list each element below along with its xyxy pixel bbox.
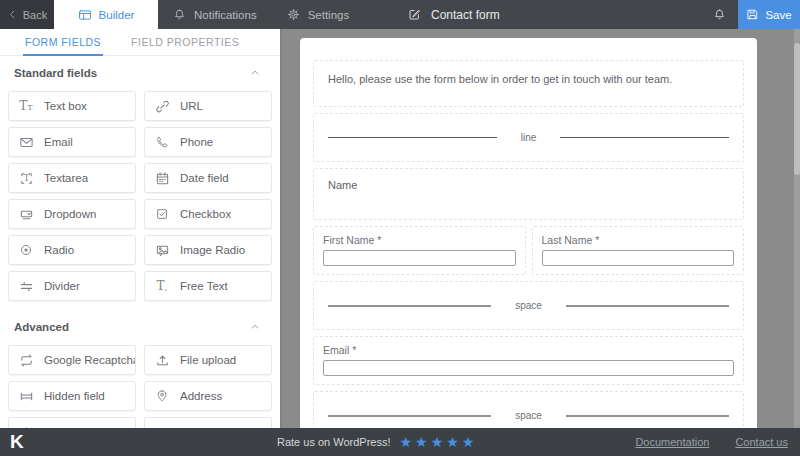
divider-line <box>328 415 491 417</box>
divider-line <box>566 305 729 307</box>
section-title: Standard fields <box>14 67 97 79</box>
field-button-radio[interactable]: Radio <box>8 235 136 265</box>
save-button[interactable]: Save <box>738 0 800 29</box>
field-button-rating[interactable]: ★Rating <box>8 417 136 428</box>
field-button-label: Checkbox <box>180 208 231 220</box>
divider-label: line <box>521 132 537 143</box>
form-block-field-first-name[interactable]: First Name * <box>313 226 526 275</box>
app-window: Back Builder Notifications Settings Cont… <box>0 0 800 456</box>
form-preview-area: Hello, please use the form below in orde… <box>280 29 800 428</box>
footer-link-contact-us[interactable]: Contact us <box>735 436 788 448</box>
recaptcha-icon <box>18 353 34 368</box>
star-icon[interactable]: ★ <box>415 435 428 449</box>
field-label: Last Name * <box>542 234 735 246</box>
field-button-url[interactable]: URL <box>144 91 272 121</box>
tab-form-fields[interactable]: FORM FIELDS <box>25 29 101 55</box>
date-field-icon <box>154 171 170 186</box>
field-button-label: Divider <box>44 280 80 292</box>
form-blocks: Hello, please use the form below in orde… <box>313 60 744 428</box>
field-button-checkbox[interactable]: Checkbox <box>144 199 272 229</box>
tab-settings[interactable]: Settings <box>272 0 365 29</box>
field-input[interactable] <box>323 250 516 266</box>
edit-icon[interactable] <box>408 8 421 21</box>
form-title-group: Contact form <box>408 0 500 29</box>
field-button-address[interactable]: Address <box>144 381 272 411</box>
star-icon[interactable]: ★ <box>400 435 413 449</box>
save-floppy-icon <box>746 8 759 21</box>
checkbox-icon <box>154 207 170 221</box>
divider-line <box>328 305 491 307</box>
field-button-label: Google Recaptcha <box>44 354 136 366</box>
footer-bar: K Rate us on WordPress! ★★★★★ Documentat… <box>0 428 800 456</box>
tab-builder[interactable]: Builder <box>54 0 158 29</box>
field-button-smart-text-output[interactable]: ·T·Smart Text Output <box>144 417 272 428</box>
fields-grid-advanced: Google RecaptchaFile uploadHidden fieldA… <box>0 344 280 428</box>
field-button-label: Free Text <box>180 280 228 292</box>
divider-line <box>560 137 729 138</box>
file-upload-icon <box>154 353 170 368</box>
builder-window-icon <box>78 8 92 22</box>
notifications-bell-button[interactable] <box>700 0 738 29</box>
chevron-up-icon <box>249 321 261 333</box>
form-block-divider-space[interactable]: space <box>313 391 744 428</box>
field-button-text-box[interactable]: TTText box <box>8 91 136 121</box>
star-icon[interactable]: ★ <box>446 435 459 449</box>
field-button-date-field[interactable]: Date field <box>144 163 272 193</box>
field-button-textarea[interactable]: TTextarea <box>8 163 136 193</box>
textarea-icon: T <box>18 171 34 186</box>
divider-line <box>328 137 497 138</box>
url-icon <box>154 99 170 114</box>
field-label: Email * <box>323 344 734 356</box>
hidden-field-icon <box>18 389 34 404</box>
form-block-divider-space[interactable]: space <box>313 281 744 330</box>
field-button-label: Email <box>44 136 73 148</box>
form-preview-card: Hello, please use the form below in orde… <box>300 38 757 428</box>
divider-icon <box>18 279 34 294</box>
chevron-up-icon <box>249 67 261 79</box>
footer-link-documentation[interactable]: Documentation <box>635 436 709 448</box>
section-header-standard-fields[interactable]: Standard fields <box>0 56 280 90</box>
field-button-free-text[interactable]: T,Free Text <box>144 271 272 301</box>
preview-scrollbar-thumb[interactable] <box>794 43 800 175</box>
section-header-advanced[interactable]: Advanced <box>0 310 280 344</box>
divider-line <box>566 415 729 417</box>
field-button-phone[interactable]: Phone <box>144 127 272 157</box>
svg-text:T: T <box>23 173 29 183</box>
field-button-google-recaptcha[interactable]: Google Recaptcha <box>8 345 136 375</box>
divider-label: space <box>515 410 542 421</box>
field-button-label: File upload <box>180 354 236 366</box>
notifications-label: Notifications <box>194 9 257 21</box>
form-block-label-name[interactable]: Name <box>313 168 744 220</box>
top-bar: Back Builder Notifications Settings Cont… <box>0 0 800 29</box>
form-block-field-email[interactable]: Email * <box>313 336 744 385</box>
field-button-label: Date field <box>180 172 229 184</box>
rate-group: Rate us on WordPress! ★★★★★ <box>277 435 474 449</box>
divider-label: space <box>515 300 542 311</box>
tab-field-properties[interactable]: FIELD PROPERTIES <box>131 29 239 55</box>
back-button[interactable]: Back <box>0 0 54 29</box>
form-block-divider-line[interactable]: line <box>313 113 744 162</box>
field-button-label: Phone <box>180 136 213 148</box>
back-label: Back <box>23 9 47 21</box>
field-button-email[interactable]: Email <box>8 127 136 157</box>
field-button-label: Image Radio <box>180 244 245 256</box>
field-input[interactable] <box>542 250 735 266</box>
star-icon[interactable]: ★ <box>462 435 475 449</box>
kali-forms-logo: K <box>10 431 24 453</box>
field-button-divider[interactable]: Divider <box>8 271 136 301</box>
field-input[interactable] <box>323 360 734 376</box>
tab-notifications[interactable]: Notifications <box>158 0 272 29</box>
form-block-field-last-name[interactable]: Last Name * <box>532 226 745 275</box>
rating-stars[interactable]: ★★★★★ <box>400 435 475 449</box>
field-button-image-radio[interactable]: Image Radio <box>144 235 272 265</box>
form-block-html-text[interactable]: Hello, please use the form below in orde… <box>313 60 744 107</box>
field-button-label: Hidden field <box>44 390 105 402</box>
sidebar: FORM FIELDS FIELD PROPERTIES Standard fi… <box>0 29 280 428</box>
field-button-dropdown[interactable]: Dropdown <box>8 199 136 229</box>
star-icon[interactable]: ★ <box>431 435 444 449</box>
section-title: Advanced <box>14 321 69 333</box>
field-button-file-upload[interactable]: File upload <box>144 345 272 375</box>
field-button-hidden-field[interactable]: Hidden field <box>8 381 136 411</box>
field-button-label: Textarea <box>44 172 88 184</box>
field-button-label: URL <box>180 100 203 112</box>
